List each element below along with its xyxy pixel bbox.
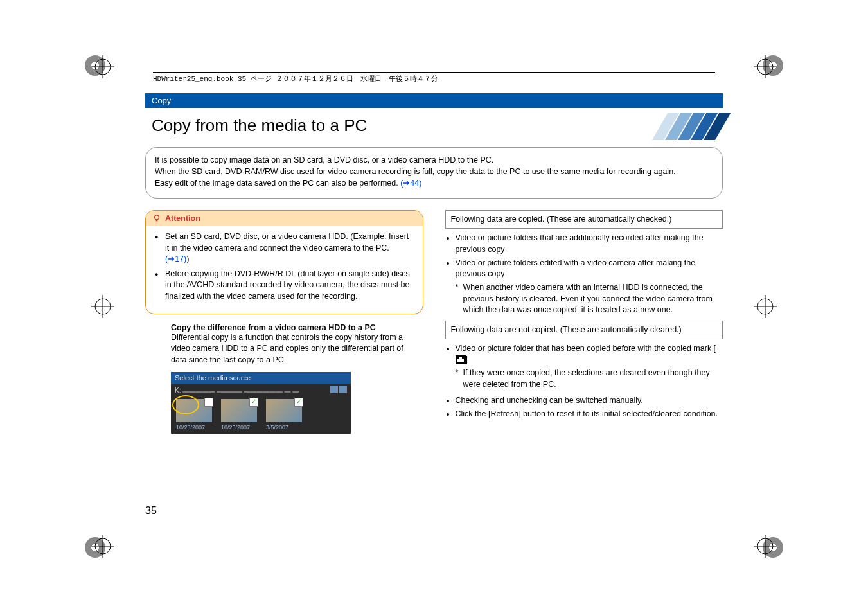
copied-mark-icon — [456, 355, 466, 364]
attention-heading: Attention — [146, 211, 423, 226]
registration-mark — [754, 55, 777, 78]
media-thumbnail: ✓ 10/23/2007 — [221, 399, 257, 431]
info-box: Following data are not copied. (These ar… — [445, 321, 723, 339]
page-title: Copy from the media to a PC — [145, 112, 373, 141]
thumbnail-date: 10/23/2007 — [221, 424, 257, 431]
page-number: 35 — [145, 505, 157, 517]
intro-line: It is possible to copy image data on an … — [155, 154, 713, 166]
list-item: Video or picture folders edited with a v… — [456, 258, 723, 280]
checkbox-icon — [204, 398, 213, 407]
registration-mark — [754, 295, 777, 318]
info-box: Following data are copied. (These are au… — [445, 210, 723, 229]
crossref-link[interactable]: (➜17) — [165, 254, 186, 263]
media-source-figure: Select the media source K: ▬▬▬▬▬ ▬▬▬▬ ▬▬… — [171, 372, 351, 434]
checkbox-icon: ✓ — [294, 398, 303, 407]
checkbox-icon: ✓ — [249, 398, 258, 407]
source-header: HDWriter25_eng.book 35 ページ ２００７年１２月２６日 水… — [153, 72, 715, 84]
bulb-icon — [152, 214, 161, 223]
section-heading: Copy the difference from a video camera … — [171, 323, 417, 332]
intro-box: It is possible to copy image data on an … — [145, 147, 723, 199]
footnote: When another video camera with an intern… — [445, 282, 723, 315]
attention-bullet: Set an SD card, DVD disc, or a video cam… — [163, 231, 415, 265]
thumbnail-date: 3/5/2007 — [266, 424, 302, 431]
registration-mark — [91, 295, 114, 318]
thumbnail-date: 10/25/2007 — [176, 424, 212, 431]
section-body: Differential copy is a function that con… — [171, 332, 411, 366]
registration-mark — [91, 535, 114, 558]
svg-point-18 — [155, 215, 159, 220]
media-thumbnail: ✓ 3/5/2007 — [266, 399, 302, 431]
intro-line: When the SD card, DVD-RAM/RW disc used f… — [155, 166, 713, 177]
registration-mark — [91, 55, 114, 78]
registration-mark — [754, 535, 777, 558]
list-item: Click the [Refresh] button to reset it t… — [456, 409, 723, 420]
list-item: Video or picture folders that are additi… — [456, 233, 723, 255]
drive-icons — [329, 386, 347, 395]
footnote: If they were once copied, the selections… — [445, 368, 723, 390]
figure-title: Select the media source — [171, 372, 351, 384]
highlight-circle-icon — [172, 395, 199, 414]
title-decoration — [660, 113, 723, 140]
intro-line: Easy edit of the image data saved on the… — [155, 177, 713, 189]
attention-box: Attention Set an SD card, DVD disc, or a… — [145, 210, 423, 314]
section-tag: Copy — [145, 93, 723, 108]
media-thumbnail: 10/25/2007 — [176, 399, 212, 431]
attention-bullet: Before copying the DVD-RW/R/R DL (dual l… — [163, 269, 415, 302]
list-item: Checking and unchecking can be switched … — [456, 395, 723, 406]
drive-selector: K: ▬▬▬▬▬ ▬▬▬▬ ▬▬▬▬▬▬ ▬ ▬ — [171, 384, 351, 396]
list-item: Video or picture folder that has been co… — [456, 343, 723, 366]
svg-rect-19 — [156, 220, 158, 222]
crossref-link[interactable]: (➜44) — [400, 179, 421, 188]
